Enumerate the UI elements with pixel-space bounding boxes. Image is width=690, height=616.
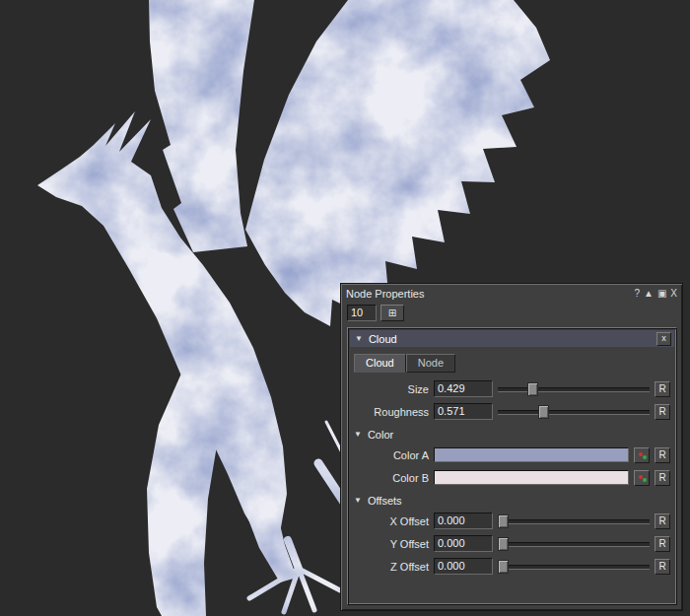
- offsets-section-header[interactable]: ▼ Offsets: [354, 493, 670, 508]
- size-label: Size: [354, 383, 429, 395]
- color-a-label: Color A: [354, 449, 429, 461]
- y-offset-value-field[interactable]: 0.000: [434, 535, 493, 552]
- x-offset-reset-button[interactable]: R: [655, 513, 670, 529]
- tab-cloud[interactable]: Cloud: [354, 354, 406, 373]
- titlebar-icons: ? ▲ ▣ X: [634, 288, 677, 300]
- slider-handle[interactable]: [498, 537, 509, 551]
- offset-row-y: Y Offset 0.000 R: [354, 534, 670, 553]
- color-b-swatch[interactable]: [434, 470, 629, 485]
- collapse-triangle-icon[interactable]: ▼: [354, 430, 362, 439]
- collapse-triangle-icon[interactable]: ▼: [355, 334, 363, 343]
- roughness-slider[interactable]: [498, 404, 650, 420]
- roughness-label: Roughness: [354, 406, 429, 418]
- node-title: Cloud: [369, 333, 397, 345]
- slider-handle[interactable]: [527, 382, 538, 396]
- z-offset-value-field[interactable]: 0.000: [434, 558, 493, 575]
- color-b-label: Color B: [354, 472, 429, 484]
- size-slider[interactable]: [498, 381, 650, 397]
- color-row-a: Color A R: [354, 445, 670, 464]
- collapse-triangle-icon[interactable]: ▼: [354, 496, 362, 505]
- panel-title: Node Properties: [346, 288, 634, 300]
- node-properties-panel: Node Properties ? ▲ ▣ X ⊞ ▼ Cloud x Clou…: [340, 283, 683, 611]
- y-offset-label: Y Offset: [354, 538, 429, 550]
- slider-track: [498, 410, 650, 415]
- remove-node-button[interactable]: x: [656, 332, 671, 346]
- offsets-section-title: Offsets: [368, 495, 402, 507]
- color-a-picker-button[interactable]: [634, 447, 650, 463]
- help-icon[interactable]: ?: [634, 288, 640, 300]
- viewport-3d[interactable]: Node Properties ? ▲ ▣ X ⊞ ▼ Cloud x Clou…: [0, 0, 690, 616]
- color-wheel-icon: [639, 475, 643, 479]
- slider-track: [498, 519, 650, 524]
- cloud-node-header[interactable]: ▼ Cloud x: [350, 330, 674, 347]
- slider-handle[interactable]: [498, 514, 509, 528]
- slider-track: [498, 542, 650, 547]
- node-index-row: ⊞: [347, 305, 677, 321]
- color-row-b: Color B R: [354, 468, 670, 487]
- color-b-picker-button[interactable]: [634, 470, 650, 486]
- roughness-reset-button[interactable]: R: [655, 404, 670, 420]
- x-offset-slider[interactable]: [498, 513, 650, 529]
- panel-titlebar[interactable]: Node Properties ? ▲ ▣ X: [346, 286, 677, 301]
- color-wheel-icon: [639, 452, 643, 456]
- color-b-reset-button[interactable]: R: [655, 470, 670, 486]
- node-tabs: Cloud Node: [354, 354, 670, 373]
- slider-handle[interactable]: [498, 560, 509, 574]
- color-a-reset-button[interactable]: R: [655, 447, 670, 463]
- z-offset-reset-button[interactable]: R: [655, 559, 670, 575]
- slider-handle[interactable]: [538, 405, 549, 419]
- size-reset-button[interactable]: R: [655, 381, 670, 397]
- shade-icon[interactable]: ▲: [644, 288, 654, 300]
- detach-icon[interactable]: ▣: [657, 288, 666, 300]
- cloud-node-group: ▼ Cloud x Cloud Node Size 0.429 R Rou: [347, 327, 677, 605]
- color-section-header[interactable]: ▼ Color: [354, 427, 670, 442]
- offset-row-x: X Offset 0.000 R: [354, 512, 670, 530]
- offset-row-z: Z Offset 0.000 R: [354, 557, 670, 576]
- x-offset-label: X Offset: [354, 515, 429, 527]
- roughness-value-field[interactable]: 0.571: [434, 403, 493, 420]
- y-offset-slider[interactable]: [498, 536, 650, 552]
- size-value-field[interactable]: 0.429: [434, 380, 493, 397]
- node-index-input[interactable]: [347, 305, 377, 321]
- z-offset-label: Z Offset: [354, 561, 429, 573]
- x-offset-value-field[interactable]: 0.000: [434, 513, 493, 529]
- param-row-size: Size 0.429 R: [354, 379, 670, 398]
- color-section-title: Color: [368, 429, 393, 441]
- grid-icon: ⊞: [388, 308, 396, 318]
- close-icon[interactable]: X: [670, 288, 677, 300]
- z-offset-slider[interactable]: [498, 559, 650, 575]
- apply-button[interactable]: ⊞: [380, 305, 404, 321]
- slider-track: [498, 387, 650, 392]
- y-offset-reset-button[interactable]: R: [655, 536, 670, 552]
- tab-node[interactable]: Node: [406, 354, 455, 373]
- param-row-roughness: Roughness 0.571 R: [354, 402, 670, 421]
- slider-track: [498, 565, 650, 570]
- color-a-swatch[interactable]: [434, 447, 629, 462]
